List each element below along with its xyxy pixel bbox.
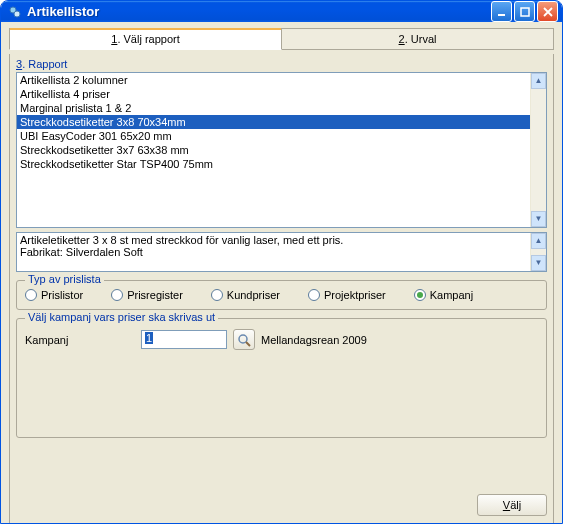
description-line1: Artikeletiketter 3 x 8 st med streckkod …	[20, 234, 528, 246]
report-panel: 3. Rapport Artikellista 2 kolumnerArtike…	[9, 54, 554, 524]
svg-point-1	[14, 11, 20, 17]
minimize-button[interactable]	[491, 1, 512, 22]
radio-prisregister[interactable]: Prisregister	[111, 289, 183, 301]
pricelist-type-legend: Typ av prislista	[25, 273, 104, 285]
radio-kampanj[interactable]: Kampanj	[414, 289, 473, 301]
report-section-label: 3. Rapport	[16, 58, 547, 70]
list-item[interactable]: UBI EasyCoder 301 65x20 mm	[17, 129, 530, 143]
radio-input[interactable]	[211, 289, 223, 301]
report-list-scrollbar[interactable]: ▲ ▼	[530, 73, 546, 227]
radio-prislistor[interactable]: Prislistor	[25, 289, 83, 301]
radio-kundpriser[interactable]: Kundpriser	[211, 289, 280, 301]
tab-urval[interactable]: 2. Urval	[282, 28, 554, 50]
kampanj-name: Mellandagsrean 2009	[261, 334, 367, 346]
radio-input[interactable]	[25, 289, 37, 301]
client-area: 1. Välj rapport 2. Urval 3. Rapport Arti…	[1, 22, 562, 524]
kampanj-lookup-button[interactable]	[233, 329, 255, 350]
titlebar-buttons	[491, 1, 558, 22]
svg-line-5	[246, 342, 250, 346]
svg-rect-2	[498, 14, 505, 16]
radio-input[interactable]	[414, 289, 426, 301]
radio-label: Kampanj	[430, 289, 473, 301]
list-item[interactable]: Streckkodsetiketter Star TSP400 75mm	[17, 157, 530, 171]
tabstrip: 1. Välj rapport 2. Urval	[9, 28, 554, 50]
scroll-up-button[interactable]: ▲	[531, 233, 546, 249]
scroll-down-button[interactable]: ▼	[531, 211, 546, 227]
close-button[interactable]	[537, 1, 558, 22]
list-item[interactable]: Artikellista 2 kolumner	[17, 73, 530, 87]
scroll-up-button[interactable]: ▲	[531, 73, 546, 89]
radio-label: Projektpriser	[324, 289, 386, 301]
list-item[interactable]: Artikellista 4 priser	[17, 87, 530, 101]
kampanj-fieldset: Välj kampanj vars priser ska skrivas ut …	[16, 318, 547, 438]
app-icon	[7, 4, 23, 20]
radio-label: Prislistor	[41, 289, 83, 301]
radio-input[interactable]	[308, 289, 320, 301]
scroll-down-button[interactable]: ▼	[531, 255, 546, 271]
kampanj-label: Kampanj	[25, 334, 135, 346]
window: Artikellistor 1. Välj rapport 2. Urval	[0, 0, 563, 524]
maximize-button[interactable]	[514, 1, 535, 22]
radio-projektpriser[interactable]: Projektpriser	[308, 289, 386, 301]
window-title: Artikellistor	[27, 4, 491, 19]
valj-button[interactable]: Välj	[477, 494, 547, 516]
pricelist-type-fieldset: Typ av prislista PrislistorPrisregisterK…	[16, 280, 547, 310]
tab-valj-rapport[interactable]: 1. Välj rapport	[9, 28, 282, 50]
list-item[interactable]: Marginal prislista 1 & 2	[17, 101, 530, 115]
magnifier-icon	[237, 333, 251, 347]
list-item[interactable]: Streckkodsetiketter 3x8 70x34mm	[17, 115, 530, 129]
list-item[interactable]: Streckkodsetiketter 3x7 63x38 mm	[17, 143, 530, 157]
report-description: Artikeletiketter 3 x 8 st med streckkod …	[16, 232, 547, 272]
kampanj-input[interactable]: 1	[141, 330, 227, 349]
titlebar: Artikellistor	[1, 1, 562, 22]
radio-label: Prisregister	[127, 289, 183, 301]
description-line2: Fabrikat: Silverdalen Soft	[20, 246, 528, 258]
radio-input[interactable]	[111, 289, 123, 301]
description-scrollbar[interactable]: ▲ ▼	[530, 233, 546, 271]
svg-rect-3	[521, 8, 529, 16]
radio-label: Kundpriser	[227, 289, 280, 301]
svg-point-4	[239, 335, 247, 343]
kampanj-legend: Välj kampanj vars priser ska skrivas ut	[25, 311, 218, 323]
report-listbox[interactable]: Artikellista 2 kolumnerArtikellista 4 pr…	[16, 72, 547, 228]
